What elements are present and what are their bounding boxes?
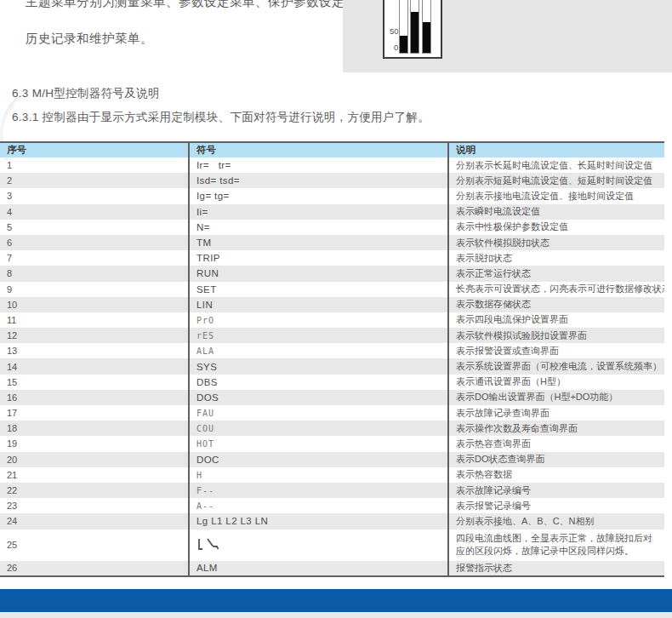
gauge-bar-2: [410, 0, 419, 54]
row-number-cell: 17: [0, 405, 189, 421]
symbol-cell: DOS: [189, 390, 448, 405]
lcd-display-panel: 50 0: [343, 0, 672, 72]
symbol-text: TRIP: [196, 253, 220, 263]
symbol-cell: RUN: [189, 266, 448, 281]
symbol-cell: Ii=: [189, 204, 448, 220]
symbol-cell: ALM: [189, 561, 448, 576]
symbol-text: TM: [196, 237, 211, 248]
table-row: 1Ir= tr=分别表示长延时电流设定值、长延时时间设定值: [0, 157, 664, 173]
table-row: 6TM表示软件模拟脱扣状态: [0, 235, 664, 250]
symbol-cell: LIN: [189, 297, 448, 312]
description-cell: 表示数据存储状态: [448, 297, 664, 312]
symbol-text: Lg L1 L2 L3 LN: [196, 516, 268, 526]
symbol-text: SYS: [196, 362, 217, 372]
symbol-cell: DBS: [189, 375, 448, 390]
symbol-text: RUN: [196, 268, 219, 278]
footer-accent-bar: [0, 589, 672, 612]
table-row: 11PrO表示四段电流保护设置界面: [0, 312, 664, 328]
symbol-text: Ig= tg=: [196, 191, 230, 201]
segment-display-symbol: A--: [196, 501, 214, 511]
bar-gauge-chart: 50 0: [383, 0, 442, 59]
segment-display-symbol: HOT: [196, 439, 214, 449]
symbol-cell: Isd= tsd=: [189, 173, 448, 188]
row-number-cell: 25: [0, 529, 189, 561]
header-desc: 说明: [448, 142, 664, 157]
symbol-cell: F--: [189, 483, 448, 498]
description-cell: 表示故障记录查询界面: [448, 405, 664, 421]
row-number-cell: 15: [0, 375, 189, 390]
row-number-cell: 21: [0, 467, 189, 483]
symbol-cell: ALA: [189, 343, 448, 358]
row-number-cell: 20: [0, 452, 189, 467]
segment-display-symbol: COU: [196, 424, 214, 433]
row-number-cell: 5: [0, 220, 189, 235]
gauge-bar-1: [399, 0, 408, 54]
row-number-cell: 3: [0, 188, 189, 203]
description-cell: 表示故障记录编号: [448, 483, 664, 498]
symbol-cell: A--: [189, 498, 448, 513]
segment-display-symbol: ALA: [196, 346, 214, 356]
description-cell: 表示报警设置或查询界面: [448, 343, 664, 358]
intro-text-line2: 历史记录和维护菜单。: [26, 31, 153, 47]
section-heading: 6.3 M/H型控制器符号及说明: [12, 86, 160, 101]
row-number-cell: 12: [0, 328, 189, 343]
symbol-table-body: 1Ir= tr=分别表示长延时电流设定值、长延时时间设定值2Isd= tsd=分…: [0, 157, 664, 576]
table-row: 4Ii=表示瞬时电流设定值: [0, 204, 664, 220]
table-row: 13ALA表示报警设置或查询界面: [0, 343, 664, 358]
symbol-cell: Lg L1 L2 L3 LN: [189, 513, 448, 529]
description-cell: 分别表示长延时电流设定值、长延时时间设定值: [448, 157, 664, 173]
row-number-cell: 11: [0, 312, 189, 328]
table-row: 21H表示热容数据: [0, 467, 664, 483]
table-header-row: 序号 符号 说明: [0, 142, 664, 157]
symbol-cell: SYS: [189, 358, 448, 374]
description-cell: 表示四段电流保护设置界面: [448, 312, 664, 328]
row-number-cell: 6: [0, 235, 189, 250]
table-row: 23A--表示报警记录编号: [0, 498, 664, 513]
table-row: 8RUN表示正常运行状态: [0, 266, 664, 281]
description-cell: 表示DO状态查询界面: [448, 452, 664, 467]
row-number-cell: 1: [0, 157, 189, 173]
symbol-text: Ir= tr=: [196, 160, 231, 170]
row-number-cell: 19: [0, 436, 189, 451]
row-number-cell: 24: [0, 513, 189, 529]
description-cell: 表示热容数据: [448, 467, 664, 483]
row-number-cell: 13: [0, 343, 189, 358]
symbol-text: DOS: [196, 392, 219, 403]
table-row: 5N=表示中性极保护参数设定值: [0, 220, 664, 235]
table-row: 26ALM报警指示状态: [0, 561, 664, 576]
symbol-cell: Ig= tg=: [189, 188, 448, 203]
row-number-cell: 9: [0, 282, 189, 297]
description-cell: 分别表示接地电流设定值、接地时间设定值: [448, 188, 664, 203]
row-number-cell: 7: [0, 250, 189, 266]
row-number-cell: 18: [0, 421, 189, 436]
symbol-text: N=: [196, 222, 210, 232]
intro-text-line1: 主题菜单分别为测量菜单、参数设定菜单、保护参数设定菜单、: [26, 0, 383, 10]
gauge-bar-3: [422, 0, 431, 54]
symbol-text: Isd= tsd=: [196, 175, 240, 186]
symbol-text: LIN: [196, 300, 213, 310]
symbol-text: ALM: [196, 563, 218, 573]
table-row: 18COU表示操作次数及寿命查询界面: [0, 421, 664, 436]
symbol-cell: SET: [189, 282, 448, 297]
y-tick-50: 50: [390, 27, 399, 36]
symbol-cell: N=: [189, 220, 448, 235]
symbol-cell: FAU: [189, 405, 448, 421]
symbol-text: DBS: [196, 377, 218, 387]
row-number-cell: 2: [0, 173, 189, 188]
description-cell: 表示中性极保护参数设定值: [448, 220, 664, 235]
table-row: 25四段电流曲线图，全显表示正常，故障脱扣后对应的区段闪烁，故障记录中区段同样闪…: [0, 529, 664, 561]
header-no: 序号: [0, 142, 189, 157]
symbol-cell: TRIP: [189, 250, 448, 266]
table-row: 22F--表示故障记录编号: [0, 483, 664, 498]
description-cell: 表示操作次数及寿命查询界面: [448, 421, 664, 436]
row-number-cell: 4: [0, 204, 189, 220]
symbol-cell: HOT: [189, 436, 448, 451]
description-cell: 表示正常运行状态: [448, 266, 664, 281]
symbol-cell: [189, 529, 448, 561]
table-row: 2Isd= tsd=分别表示短延时电流设定值、短延时时间设定值: [0, 173, 664, 188]
section-subheading: 6.3.1 控制器由于显示方式采用定制模块、下面对符号进行说明，方便用户了解。: [12, 110, 430, 125]
symbol-cell: TM: [189, 235, 448, 250]
table-row: 19HOT表示热容查询界面: [0, 436, 664, 451]
description-cell: 表示热容查询界面: [448, 436, 664, 451]
table-row: 24Lg L1 L2 L3 LN分别表示接地、A、B、C、N相别: [0, 513, 664, 529]
